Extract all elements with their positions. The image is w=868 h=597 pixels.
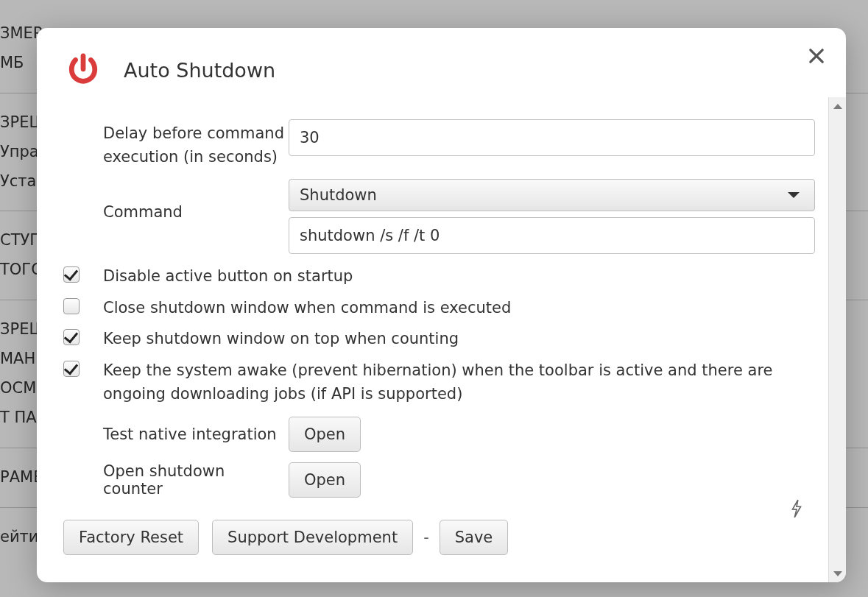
factory-reset-button[interactable]: Factory Reset [63,520,199,555]
scrollbar[interactable] [828,97,846,582]
modal-body: Delay before command execution (in secon… [37,97,846,582]
power-icon [63,50,103,90]
command-label: Command [63,179,289,225]
keep-awake-label: Keep the system awake (prevent hibernati… [103,358,815,406]
open-counter-label: Open shutdown counter [63,462,289,498]
chevron-down-icon [788,192,800,198]
close-window-label: Close shutdown window when command is ex… [103,296,511,320]
save-button[interactable]: Save [440,520,509,555]
command-select[interactable]: Shutdown [289,179,815,211]
footer-separator: - [423,529,429,546]
close-icon[interactable] [806,46,827,66]
test-native-open-button[interactable]: Open [289,417,361,452]
settings-modal: Auto Shutdown Delay before command execu… [37,28,846,582]
delay-input[interactable] [289,119,815,156]
support-development-button[interactable]: Support Development [212,520,413,555]
keep-ontop-label: Keep shutdown window on top when countin… [103,327,459,351]
disable-active-checkbox[interactable] [63,266,80,283]
keep-awake-checkbox[interactable] [63,361,80,377]
delay-label: Delay before command execution (in secon… [63,119,289,169]
modal-header: Auto Shutdown [37,28,846,97]
modal-title: Auto Shutdown [124,59,275,82]
open-counter-open-button[interactable]: Open [289,462,361,498]
keep-ontop-checkbox[interactable] [63,329,80,345]
test-native-label: Test native integration [63,425,289,443]
close-window-checkbox[interactable] [63,298,80,314]
scroll-up-icon[interactable] [829,97,846,115]
command-input[interactable] [289,217,815,254]
disable-active-label: Disable active button on startup [103,264,353,289]
command-select-value: Shutdown [300,186,377,204]
